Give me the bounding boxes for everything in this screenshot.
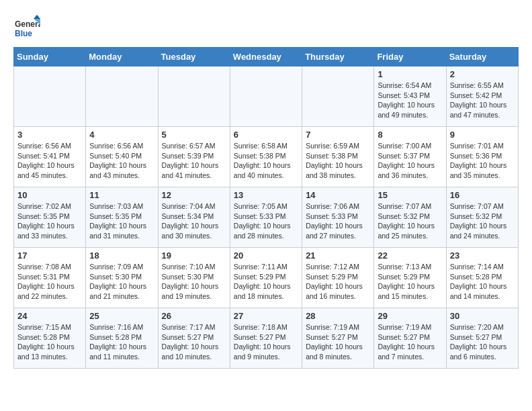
day-cell: 23Sunrise: 7:14 AM Sunset: 5:28 PM Dayli… <box>446 248 518 308</box>
day-cell: 20Sunrise: 7:11 AM Sunset: 5:29 PM Dayli… <box>230 248 302 308</box>
day-number: 10 <box>17 190 82 200</box>
day-info: Sunrise: 7:14 AM Sunset: 5:28 PM Dayligh… <box>450 262 515 302</box>
day-cell: 22Sunrise: 7:13 AM Sunset: 5:29 PM Dayli… <box>374 248 446 308</box>
day-number: 1 <box>378 69 442 79</box>
day-info: Sunrise: 7:19 AM Sunset: 5:27 PM Dayligh… <box>378 322 442 362</box>
day-number: 8 <box>378 130 442 140</box>
day-number: 5 <box>162 130 226 140</box>
day-number: 21 <box>306 250 370 261</box>
day-cell: 16Sunrise: 7:07 AM Sunset: 5:32 PM Dayli… <box>446 187 518 248</box>
day-number: 27 <box>234 311 298 321</box>
svg-marker-2 <box>34 15 40 19</box>
day-number: 29 <box>378 311 442 321</box>
day-cell: 6Sunrise: 6:58 AM Sunset: 5:38 PM Daylig… <box>230 127 302 187</box>
day-cell: 7Sunrise: 6:59 AM Sunset: 5:38 PM Daylig… <box>302 127 374 187</box>
day-info: Sunrise: 6:56 AM Sunset: 5:41 PM Dayligh… <box>17 141 82 181</box>
day-cell: 15Sunrise: 7:07 AM Sunset: 5:32 PM Dayli… <box>374 187 446 248</box>
day-info: Sunrise: 7:07 AM Sunset: 5:32 PM Dayligh… <box>450 201 515 241</box>
day-info: Sunrise: 7:08 AM Sunset: 5:31 PM Dayligh… <box>17 262 82 302</box>
week-row-3: 10Sunrise: 7:02 AM Sunset: 5:35 PM Dayli… <box>14 187 519 248</box>
day-cell: 29Sunrise: 7:19 AM Sunset: 5:27 PM Dayli… <box>374 308 446 369</box>
day-cell: 9Sunrise: 7:01 AM Sunset: 5:36 PM Daylig… <box>446 127 518 187</box>
day-cell: 27Sunrise: 7:18 AM Sunset: 5:27 PM Dayli… <box>230 308 302 369</box>
day-number: 7 <box>306 130 370 140</box>
day-info: Sunrise: 7:15 AM Sunset: 5:28 PM Dayligh… <box>17 322 82 362</box>
column-header-saturday: Saturday <box>446 48 518 66</box>
day-number: 14 <box>306 190 370 200</box>
day-info: Sunrise: 7:19 AM Sunset: 5:27 PM Dayligh… <box>306 322 370 362</box>
day-info: Sunrise: 7:16 AM Sunset: 5:28 PM Dayligh… <box>89 322 154 362</box>
day-cell: 18Sunrise: 7:09 AM Sunset: 5:30 PM Dayli… <box>86 248 158 308</box>
header: General Blue <box>13 13 519 40</box>
day-info: Sunrise: 7:01 AM Sunset: 5:36 PM Dayligh… <box>450 141 515 181</box>
day-number: 20 <box>234 250 298 261</box>
day-number: 2 <box>450 69 515 79</box>
day-info: Sunrise: 6:57 AM Sunset: 5:39 PM Dayligh… <box>162 141 226 181</box>
column-header-tuesday: Tuesday <box>158 48 230 66</box>
day-cell: 11Sunrise: 7:03 AM Sunset: 5:35 PM Dayli… <box>86 187 158 248</box>
column-header-sunday: Sunday <box>14 48 86 66</box>
day-number: 22 <box>378 250 442 261</box>
day-cell: 1Sunrise: 6:54 AM Sunset: 5:43 PM Daylig… <box>374 66 446 127</box>
calendar-table: SundayMondayTuesdayWednesdayThursdayFrid… <box>13 47 519 369</box>
day-info: Sunrise: 7:10 AM Sunset: 5:30 PM Dayligh… <box>162 262 226 302</box>
day-cell: 21Sunrise: 7:12 AM Sunset: 5:29 PM Dayli… <box>302 248 374 308</box>
day-number: 28 <box>306 311 370 321</box>
day-number: 13 <box>234 190 298 200</box>
day-info: Sunrise: 7:00 AM Sunset: 5:37 PM Dayligh… <box>378 141 442 181</box>
day-cell <box>158 66 230 127</box>
day-cell: 12Sunrise: 7:04 AM Sunset: 5:34 PM Dayli… <box>158 187 230 248</box>
day-info: Sunrise: 6:58 AM Sunset: 5:38 PM Dayligh… <box>234 141 298 181</box>
week-row-1: 1Sunrise: 6:54 AM Sunset: 5:43 PM Daylig… <box>14 66 519 127</box>
day-cell: 2Sunrise: 6:55 AM Sunset: 5:42 PM Daylig… <box>446 66 518 127</box>
day-info: Sunrise: 7:11 AM Sunset: 5:29 PM Dayligh… <box>234 262 298 302</box>
week-row-4: 17Sunrise: 7:08 AM Sunset: 5:31 PM Dayli… <box>14 248 519 308</box>
column-header-friday: Friday <box>374 48 446 66</box>
day-cell: 14Sunrise: 7:06 AM Sunset: 5:33 PM Dayli… <box>302 187 374 248</box>
day-cell: 13Sunrise: 7:05 AM Sunset: 5:33 PM Dayli… <box>230 187 302 248</box>
day-number: 11 <box>89 190 154 200</box>
week-row-5: 24Sunrise: 7:15 AM Sunset: 5:28 PM Dayli… <box>14 308 519 369</box>
day-number: 23 <box>450 250 515 261</box>
day-cell <box>86 66 158 127</box>
day-info: Sunrise: 7:05 AM Sunset: 5:33 PM Dayligh… <box>234 201 298 241</box>
day-cell: 24Sunrise: 7:15 AM Sunset: 5:28 PM Dayli… <box>14 308 86 369</box>
day-cell: 30Sunrise: 7:20 AM Sunset: 5:27 PM Dayli… <box>446 308 518 369</box>
day-cell: 17Sunrise: 7:08 AM Sunset: 5:31 PM Dayli… <box>14 248 86 308</box>
day-info: Sunrise: 7:20 AM Sunset: 5:27 PM Dayligh… <box>450 322 515 362</box>
header-row: SundayMondayTuesdayWednesdayThursdayFrid… <box>14 48 519 66</box>
day-info: Sunrise: 6:55 AM Sunset: 5:42 PM Dayligh… <box>450 81 515 120</box>
day-number: 16 <box>450 190 515 200</box>
day-info: Sunrise: 7:13 AM Sunset: 5:29 PM Dayligh… <box>378 262 442 302</box>
column-header-wednesday: Wednesday <box>230 48 302 66</box>
day-info: Sunrise: 7:17 AM Sunset: 5:27 PM Dayligh… <box>162 322 226 362</box>
day-cell: 10Sunrise: 7:02 AM Sunset: 5:35 PM Dayli… <box>14 187 86 248</box>
day-info: Sunrise: 7:03 AM Sunset: 5:35 PM Dayligh… <box>89 201 154 241</box>
day-number: 26 <box>162 311 226 321</box>
day-info: Sunrise: 7:12 AM Sunset: 5:29 PM Dayligh… <box>306 262 370 302</box>
day-number: 18 <box>89 250 154 261</box>
day-number: 17 <box>17 250 82 261</box>
svg-text:Blue: Blue <box>15 29 32 38</box>
day-cell: 3Sunrise: 6:56 AM Sunset: 5:41 PM Daylig… <box>14 127 86 187</box>
day-info: Sunrise: 7:06 AM Sunset: 5:33 PM Dayligh… <box>306 201 370 241</box>
day-info: Sunrise: 7:07 AM Sunset: 5:32 PM Dayligh… <box>378 201 442 241</box>
day-number: 6 <box>234 130 298 140</box>
day-number: 12 <box>162 190 226 200</box>
day-cell: 19Sunrise: 7:10 AM Sunset: 5:30 PM Dayli… <box>158 248 230 308</box>
day-number: 15 <box>378 190 442 200</box>
day-cell <box>230 66 302 127</box>
day-info: Sunrise: 6:56 AM Sunset: 5:40 PM Dayligh… <box>89 141 154 181</box>
day-number: 19 <box>162 250 226 261</box>
day-cell: 8Sunrise: 7:00 AM Sunset: 5:37 PM Daylig… <box>374 127 446 187</box>
day-info: Sunrise: 7:09 AM Sunset: 5:30 PM Dayligh… <box>89 262 154 302</box>
day-number: 25 <box>89 311 154 321</box>
day-number: 24 <box>17 311 82 321</box>
day-number: 4 <box>89 130 154 140</box>
day-cell <box>302 66 374 127</box>
column-header-monday: Monday <box>86 48 158 66</box>
day-number: 9 <box>450 130 515 140</box>
day-cell: 28Sunrise: 7:19 AM Sunset: 5:27 PM Dayli… <box>302 308 374 369</box>
day-info: Sunrise: 6:59 AM Sunset: 5:38 PM Dayligh… <box>306 141 370 181</box>
day-info: Sunrise: 7:02 AM Sunset: 5:35 PM Dayligh… <box>17 201 82 241</box>
